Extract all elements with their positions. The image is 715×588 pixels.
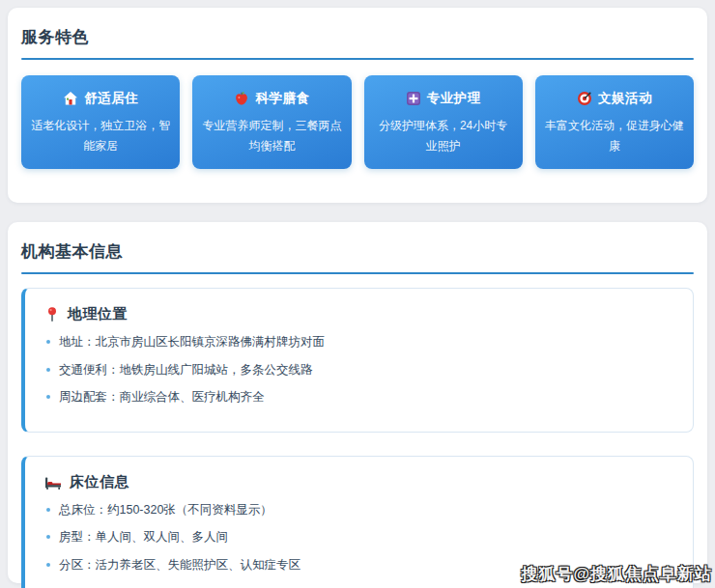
feature-title: 文娱活动 <box>598 90 652 107</box>
pin-icon <box>44 307 60 322</box>
medical-icon <box>406 91 421 106</box>
services-title: 服务特色 <box>21 8 694 48</box>
feature-desc: 专业营养师定制，三餐两点均衡搭配 <box>202 116 341 156</box>
list-item: 交通便利：地铁房山线广阳城站，多条公交线路 <box>44 362 673 379</box>
info-card-title: 地理位置 <box>68 305 128 323</box>
feature-title: 舒适居住 <box>84 90 138 107</box>
feature-desc: 适老化设计，独立卫浴，智能家居 <box>31 116 170 156</box>
feature-title: 科学膳食 <box>255 90 309 107</box>
list-item: 周边配套：商业综合体、医疗机构齐全 <box>44 389 673 406</box>
apple-icon <box>234 91 249 106</box>
bed-icon <box>44 474 62 490</box>
feature-title: 专业护理 <box>427 90 481 107</box>
services-section: 服务特色 舒适居住 适老化设计，独立卫浴，智能家居 科学膳食 专业营养师定制，三… <box>8 8 707 203</box>
feature-card-nursing: 专业护理 分级护理体系，24小时专业照护 <box>364 75 523 169</box>
basic-info-section: 机构基本信息 地理位置 地址：北京市房山区长阳镇京深路佛满村牌坊对面 交通便利：… <box>8 222 707 583</box>
house-icon <box>63 91 78 106</box>
services-title-underline <box>21 58 694 60</box>
feature-desc: 分级护理体系，24小时专业照护 <box>374 116 513 156</box>
basic-info-title: 机构基本信息 <box>21 222 694 263</box>
list-item: 总床位：约150-320张（不同资料显示） <box>44 502 673 519</box>
feature-card-diet: 科学膳食 专业营养师定制，三餐两点均衡搭配 <box>192 75 351 169</box>
info-card-title: 床位信息 <box>70 473 129 491</box>
feature-desc: 丰富文化活动，促进身心健康 <box>545 116 684 156</box>
location-card: 地理位置 地址：北京市房山区长阳镇京深路佛满村牌坊对面 交通便利：地铁房山线广阳… <box>21 288 694 433</box>
list-item: 地址：北京市房山区长阳镇京深路佛满村牌坊对面 <box>44 334 673 351</box>
basic-info-title-underline <box>21 272 694 274</box>
feature-card-row: 舒适居住 适老化设计，独立卫浴，智能家居 科学膳食 专业营养师定制，三餐两点均衡… <box>21 75 694 169</box>
target-icon <box>577 91 592 106</box>
list-item: 房型：单人间、双人间、多人间 <box>44 529 673 546</box>
feature-card-activities: 文娱活动 丰富文化活动，促进身心健康 <box>535 75 694 169</box>
feature-card-comfort: 舒适居住 适老化设计，独立卫浴，智能家居 <box>21 75 180 169</box>
location-list: 地址：北京市房山区长阳镇京深路佛满村牌坊对面 交通便利：地铁房山线广阳城站，多条… <box>44 334 673 406</box>
sohu-watermark: 搜狐号@搜狐焦点阜新站 <box>521 563 712 585</box>
